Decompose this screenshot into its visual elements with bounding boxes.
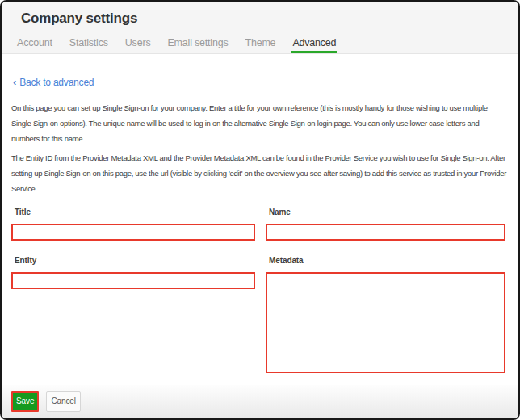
tab-theme[interactable]: Theme	[244, 37, 276, 53]
name-label: Name	[266, 208, 505, 216]
intro-text: On this page you can set up Single Sign-…	[11, 100, 507, 196]
entity-field-cell	[11, 272, 255, 289]
entity-input[interactable]	[11, 272, 255, 289]
title-label: Title	[11, 208, 255, 216]
tab-statistics[interactable]: Statistics	[69, 37, 109, 53]
cancel-button[interactable]: Cancel	[46, 391, 81, 412]
tab-users[interactable]: Users	[124, 37, 152, 53]
tab-advanced[interactable]: Advanced	[291, 37, 337, 53]
page-title: Company settings	[21, 10, 518, 27]
name-input[interactable]	[266, 224, 505, 241]
company-settings-window: Company settings Account Statistics User…	[0, 0, 520, 420]
content-area: ‹Back to advanced On this page you can s…	[2, 54, 518, 418]
back-link-label: Back to advanced	[19, 77, 94, 88]
tab-bar: Account Statistics Users Email settings …	[16, 37, 518, 53]
chevron-left-icon: ‹	[13, 76, 16, 88]
tab-account[interactable]: Account	[16, 37, 53, 53]
metadata-textarea[interactable]	[266, 272, 505, 373]
title-input[interactable]	[11, 224, 255, 241]
header: Company settings Account Statistics User…	[2, 2, 518, 54]
intro-paragraph-2: The Entity ID from the Provider Metadata…	[11, 150, 507, 196]
save-button[interactable]: Save	[11, 391, 39, 412]
metadata-label: Metadata	[266, 256, 505, 265]
sso-form: Title Name Entity Metadata	[11, 208, 505, 373]
footer-action-bar: Save Cancel	[2, 385, 518, 418]
intro-paragraph-1: On this page you can set up Single Sign-…	[11, 100, 507, 146]
tab-email-settings[interactable]: Email settings	[166, 37, 229, 53]
back-to-advanced-link[interactable]: ‹Back to advanced	[13, 76, 94, 88]
entity-label: Entity	[11, 256, 255, 265]
